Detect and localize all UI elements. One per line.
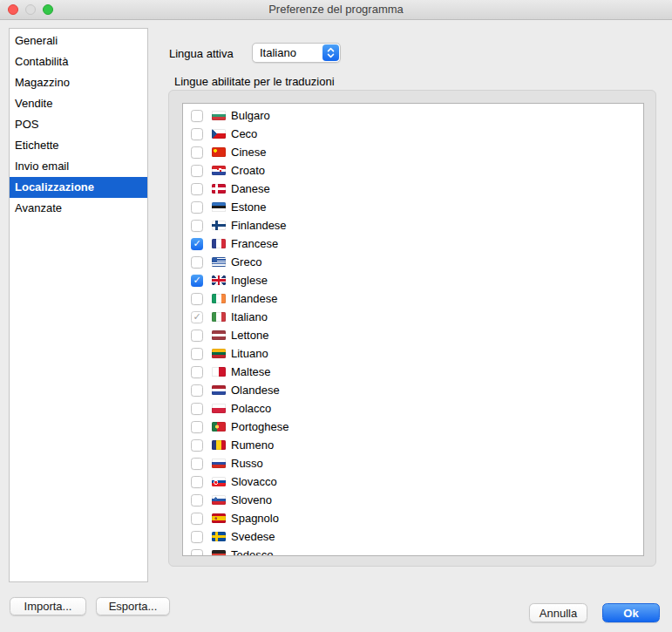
sidebar-item-avanzate[interactable]: Avanzate <box>10 198 147 219</box>
language-checkbox[interactable]: ✓ <box>191 183 203 195</box>
language-label: Rumeno <box>231 438 274 452</box>
language-checkbox[interactable]: ✓ <box>191 110 203 122</box>
language-label: Ceco <box>231 127 257 140</box>
language-label: Sloveno <box>231 493 272 506</box>
sidebar-item-label: Generali <box>15 34 58 47</box>
language-checkbox[interactable]: ✓ <box>191 238 203 250</box>
language-row[interactable]: ✓ Finlandese <box>183 216 643 234</box>
language-row[interactable]: ✓ Portoghese <box>183 418 643 436</box>
language-row[interactable]: ✓ Cinese <box>183 143 643 161</box>
language-checkbox[interactable]: ✓ <box>191 531 203 543</box>
language-checkbox[interactable]: ✓ <box>191 513 203 525</box>
language-row[interactable]: ✓ Slovacco <box>183 472 643 491</box>
language-checkbox[interactable]: ✓ <box>191 256 203 268</box>
language-checkbox[interactable]: ✓ <box>191 220 203 232</box>
sidebar-item-label: Localizzazione <box>15 180 94 194</box>
sidebar-item-localizzazione[interactable]: Localizzazione <box>10 177 147 198</box>
language-row[interactable]: ✓ Spagnolo <box>183 509 643 527</box>
import-button[interactable]: Importa... <box>10 597 86 615</box>
active-language-value: Italiano <box>260 44 296 62</box>
language-row[interactable]: ✓ Russo <box>183 454 643 472</box>
language-row[interactable]: ✓ Polacco <box>183 399 643 418</box>
language-checkbox[interactable]: ✓ <box>191 366 203 378</box>
sidebar-item-label: Magazzino <box>15 76 70 89</box>
sidebar-item-generali[interactable]: Generali <box>10 31 147 51</box>
language-row[interactable]: ✓ Rumeno <box>183 436 643 454</box>
sidebar-item-label: Invio email <box>15 160 69 173</box>
language-checkbox[interactable]: ✓ <box>191 311 203 323</box>
language-row[interactable]: ✓ Greco <box>183 253 643 271</box>
language-checkbox[interactable]: ✓ <box>191 128 203 140</box>
chevron-up-down-icon <box>322 44 339 61</box>
language-checkbox[interactable]: ✓ <box>191 165 203 177</box>
language-row[interactable]: ✓ Lituano <box>183 344 643 363</box>
flag-de-icon <box>212 550 226 556</box>
sidebar-item-magazzino[interactable]: Magazzino <box>10 72 147 93</box>
language-checkbox[interactable]: ✓ <box>191 494 203 506</box>
language-row[interactable]: ✓ Croato <box>183 161 643 180</box>
sidebar-item-vendite[interactable]: Vendite <box>10 93 147 114</box>
language-row[interactable]: ✓ Estone <box>183 198 643 216</box>
language-label: Lituano <box>231 347 268 360</box>
language-row[interactable]: ✓ Francese <box>183 234 643 253</box>
language-row[interactable]: ✓ Inglese <box>183 271 643 289</box>
language-checkbox[interactable]: ✓ <box>191 421 203 433</box>
sidebar-item-label: Etichette <box>15 139 59 152</box>
language-checkbox[interactable]: ✓ <box>191 384 203 397</box>
language-checkbox[interactable]: ✓ <box>191 330 203 342</box>
language-row[interactable]: ✓ Svedese <box>183 527 643 546</box>
sidebar-item-pos[interactable]: POS <box>10 114 147 135</box>
flag-si-icon <box>212 495 226 505</box>
language-checkbox[interactable]: ✓ <box>191 458 203 470</box>
flag-lv-icon <box>212 330 226 340</box>
language-checkbox[interactable]: ✓ <box>191 275 203 287</box>
language-label: Cinese <box>231 146 266 159</box>
language-label: Slovacco <box>231 475 277 488</box>
ok-button[interactable]: Ok <box>602 603 660 622</box>
language-list[interactable]: ✓ Bulgaro ✓ Ceco ✓ Cinese ✓ Croato ✓ Dan… <box>182 103 644 556</box>
language-checkbox[interactable]: ✓ <box>191 439 203 452</box>
language-label: Polacco <box>231 402 271 415</box>
language-label: Danese <box>231 182 270 195</box>
flag-ie-icon <box>212 294 226 303</box>
close-icon[interactable] <box>8 4 18 15</box>
flag-hr-icon <box>212 166 226 175</box>
language-label: Finlandese <box>231 219 287 232</box>
language-row[interactable]: ✓ Ceco <box>183 125 643 143</box>
language-checkbox[interactable]: ✓ <box>191 549 203 557</box>
titlebar[interactable]: Preferenze del programma <box>0 0 672 20</box>
traffic-lights <box>8 4 53 15</box>
language-row[interactable]: ✓ Italiano <box>183 308 643 326</box>
language-checkbox[interactable]: ✓ <box>191 403 203 415</box>
language-checkbox[interactable]: ✓ <box>191 293 203 305</box>
language-row[interactable]: ✓ Sloveno <box>183 491 643 509</box>
language-label: Estone <box>231 200 266 214</box>
flag-pl-icon <box>212 404 226 413</box>
language-row[interactable]: ✓ Tedesco <box>183 546 643 556</box>
language-label: Inglese <box>231 274 268 287</box>
sidebar-item-label: Avanzate <box>15 201 62 214</box>
language-checkbox[interactable]: ✓ <box>191 348 203 360</box>
language-checkbox[interactable]: ✓ <box>191 201 203 214</box>
language-row[interactable]: ✓ Danese <box>183 180 643 198</box>
flag-ee-icon <box>212 202 226 212</box>
export-button[interactable]: Esporta... <box>96 597 170 615</box>
sidebar-item-invio-email[interactable]: Invio email <box>10 156 147 177</box>
language-checkbox[interactable]: ✓ <box>191 476 203 488</box>
language-row[interactable]: ✓ Maltese <box>183 363 643 381</box>
cancel-button[interactable]: Annulla <box>529 603 587 622</box>
flag-gb-icon <box>212 275 226 285</box>
flag-mt-icon <box>212 367 226 377</box>
sidebar-item-contabilità[interactable]: Contabilità <box>10 51 147 72</box>
language-row[interactable]: ✓ Irlandese <box>183 289 643 308</box>
language-row[interactable]: ✓ Bulgaro <box>183 106 643 125</box>
minimize-icon[interactable] <box>25 4 36 15</box>
sidebar-item-etichette[interactable]: Etichette <box>10 135 147 156</box>
active-language-select[interactable]: Italiano <box>252 43 341 63</box>
zoom-icon[interactable] <box>43 4 53 15</box>
language-label: Lettone <box>231 329 268 342</box>
language-label: Croato <box>231 164 265 177</box>
language-row[interactable]: ✓ Olandese <box>183 381 643 399</box>
language-checkbox[interactable]: ✓ <box>191 146 203 159</box>
language-row[interactable]: ✓ Lettone <box>183 326 643 344</box>
